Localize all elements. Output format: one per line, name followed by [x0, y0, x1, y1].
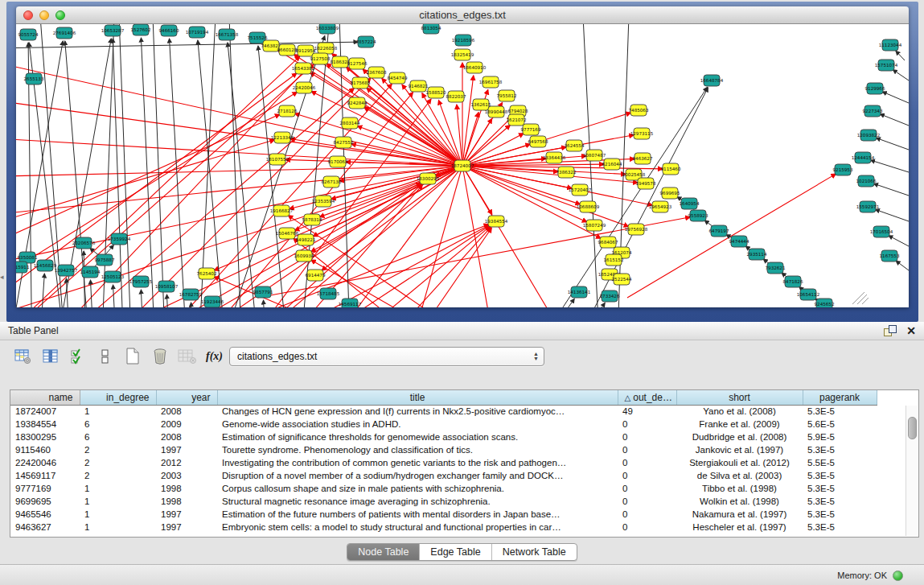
graph-node[interactable]: 3624554	[565, 140, 585, 151]
graph-node[interactable]: 8427552	[334, 137, 354, 148]
graph-node[interactable]: 12353594	[312, 196, 335, 207]
graph-node[interactable]: 9055724	[18, 29, 39, 40]
table-row[interactable]: 946554611997Estimation of the future num…	[10, 508, 877, 521]
select-columns-icon[interactable]	[66, 344, 90, 369]
table-row[interactable]: 1872400712008Changes of HCN gene express…	[10, 405, 877, 418]
graph-node[interactable]: 10653287	[101, 25, 125, 36]
graph-node[interactable]: 13942757	[55, 265, 78, 276]
row-height-icon[interactable]	[93, 344, 117, 369]
graph-node[interactable]: 9660128	[277, 44, 298, 56]
graph-node[interactable]: 2803144	[340, 117, 360, 129]
graph-node[interactable]: 12093822	[857, 130, 880, 141]
graph-node[interactable]: 16033809	[316, 24, 339, 34]
graph-node[interactable]: 12444154	[852, 152, 875, 163]
graph-node[interactable]: 19384554	[485, 216, 508, 227]
graph-node[interactable]: 15718485	[317, 288, 340, 299]
table-row[interactable]: 946362711997Embryonic stem cells: a mode…	[10, 521, 877, 534]
graph-node[interactable]: 9215953	[833, 164, 853, 175]
graph-node[interactable]: 9474444	[729, 236, 749, 247]
graph-node[interactable]: 10719194	[186, 27, 209, 38]
zoom-button[interactable]	[55, 10, 65, 20]
graph-node[interactable]: 9777169	[521, 124, 541, 135]
graph-node[interactable]: 12973115	[630, 128, 654, 139]
graph-node[interactable]: 16543382	[292, 63, 314, 74]
graph-node[interactable]: 8454749	[388, 72, 408, 84]
graph-node[interactable]: 1949578	[636, 178, 656, 189]
graph-node[interactable]: 1021066	[856, 175, 877, 187]
graph-node[interactable]: 1640954	[680, 198, 700, 209]
graph-node[interactable]: 14569117	[339, 299, 362, 307]
graph-node[interactable]: 18300295	[417, 173, 440, 184]
table-row[interactable]: 2242004622012Investigating the contribut…	[10, 456, 877, 469]
graph-node[interactable]: 8471826	[783, 276, 803, 287]
table-row[interactable]: 1830029562008Estimation of significance …	[10, 431, 877, 443]
column-header-out_de[interactable]: △out_de…	[618, 390, 676, 405]
graph-node[interactable]: 19654923	[649, 201, 672, 212]
column-header-short[interactable]: short	[676, 390, 803, 405]
close-button[interactable]	[23, 10, 33, 20]
graph-node[interactable]: 9115460	[661, 163, 681, 175]
resize-grip[interactable]	[852, 292, 869, 304]
graph-node[interactable]: 1733426	[600, 290, 620, 302]
graph-node[interactable]: 9857791	[253, 286, 273, 298]
graph-node[interactable]: 9975887	[95, 254, 115, 266]
network-window-titlebar[interactable]: citations_edges.txt	[16, 6, 909, 24]
graph-node[interactable]: 9466160	[159, 25, 179, 36]
close-panel-icon[interactable]: ✕	[906, 325, 916, 336]
graph-node[interactable]: 15720407	[569, 184, 592, 196]
graph-node[interactable]: 10807487	[583, 150, 606, 161]
graph-node[interactable]: 5498221	[296, 234, 316, 245]
table-source-combobox[interactable]: citations_edges.txt ▲▼	[229, 347, 544, 366]
table-row[interactable]: 977716911998Corpus callosum shape and si…	[10, 482, 877, 495]
graph-node[interactable]: 2655133	[24, 73, 44, 84]
graph-node[interactable]: 7485063	[629, 105, 649, 116]
graph-node[interactable]: 11456829	[34, 260, 57, 271]
graph-node[interactable]: 9684067	[598, 237, 618, 248]
graph-node[interactable]: 1615152	[604, 254, 624, 266]
graph-node[interactable]: 1609934	[294, 250, 314, 262]
table-row[interactable]: 1938455462009Genome-wide association stu…	[10, 418, 877, 431]
graph-node[interactable]: 8267130	[322, 176, 342, 187]
graph-node[interactable]: 9175685	[351, 77, 371, 89]
minimize-button[interactable]	[39, 10, 49, 20]
graph-node[interactable]: 9170063	[328, 156, 348, 167]
graph-node[interactable]: 18226058	[314, 43, 338, 54]
graph-node[interactable]: 9463627	[633, 153, 653, 164]
graph-node[interactable]: 9699695	[660, 187, 680, 199]
graph-node[interactable]: 15751074	[875, 60, 898, 71]
graph-node[interactable]: 9127546	[347, 58, 368, 69]
graph-node[interactable]: 1145194	[80, 266, 101, 278]
graph-node[interactable]: 6479197	[709, 225, 729, 237]
graph-node[interactable]: 9245652	[815, 299, 835, 307]
column-header-title[interactable]: title	[217, 390, 618, 405]
graph-node[interactable]: 8813054	[421, 24, 441, 34]
graph-node[interactable]: 6216044	[602, 159, 622, 170]
column-header-year[interactable]: year	[156, 390, 217, 405]
citation-graph[interactable]: 9055724276914061065328715276029466160107…	[16, 24, 909, 307]
graph-node[interactable]: 2935114	[747, 249, 767, 260]
table-row[interactable]: 1456911722003Disruption of a novel membe…	[10, 469, 877, 482]
graph-node[interactable]: 1588520	[426, 87, 446, 98]
graph-node[interactable]: 17016504	[870, 226, 893, 237]
graph-node[interactable]: 18990448	[485, 106, 508, 117]
graph-node[interactable]: 14136141	[568, 286, 591, 298]
graph-node[interactable]: 10654112	[797, 289, 819, 300]
graph-node[interactable]: 7932621	[766, 262, 786, 274]
graph-node[interactable]: 2718126	[277, 105, 298, 117]
table-settings-icon[interactable]	[11, 344, 35, 369]
graph-node[interactable]: 11923446	[201, 296, 224, 307]
graph-node[interactable]: 8822037	[446, 91, 466, 102]
column-chooser-icon[interactable]	[39, 344, 63, 369]
function-builder-icon[interactable]: f(x)	[206, 350, 223, 363]
graph-node[interactable]: 11123044	[879, 39, 902, 51]
graph-node[interactable]: 19218596	[452, 35, 475, 46]
graph-node[interactable]: 19166827	[270, 205, 294, 216]
tab-network-table[interactable]: Network Table	[492, 544, 577, 560]
graph-node[interactable]: 5878314	[302, 214, 322, 225]
graph-node[interactable]: 9127508	[310, 53, 331, 64]
column-header-name[interactable]: name	[10, 390, 80, 405]
graph-node[interactable]: 1621072	[507, 114, 527, 126]
graph-node[interactable]: 6497568	[528, 136, 548, 147]
graph-node[interactable]: 9242844	[347, 97, 368, 109]
delete-table-icon[interactable]	[148, 344, 172, 369]
